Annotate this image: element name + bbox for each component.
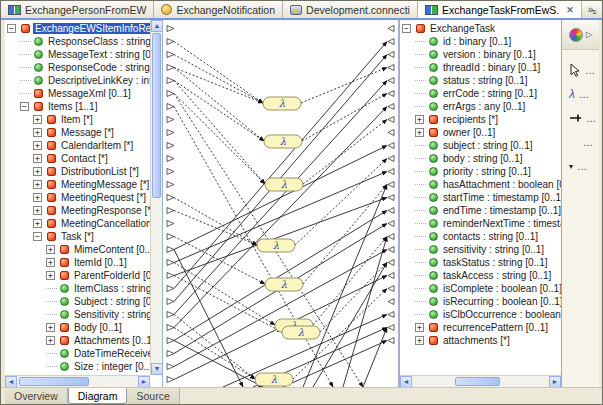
- source-port-icon[interactable]: [167, 247, 174, 253]
- mapping-link-dashed[interactable]: [174, 107, 333, 388]
- mapping-link[interactable]: [283, 341, 387, 388]
- tree-item[interactable]: status : string [0..1]: [400, 74, 561, 87]
- scrollbar-thumb[interactable]: [19, 377, 89, 386]
- target-port-icon[interactable]: [388, 169, 394, 175]
- none-tool[interactable]: …: [562, 130, 599, 154]
- lambda-node[interactable]: λ: [265, 178, 303, 191]
- mapping-link-dashed[interactable]: [174, 94, 265, 185]
- target-port-icon[interactable]: [388, 130, 394, 136]
- source-port-icon[interactable]: [167, 130, 174, 136]
- tree-item[interactable]: +DistributionList [*]: [5, 165, 150, 178]
- source-port-icon[interactable]: [167, 325, 174, 331]
- expand-icon[interactable]: +: [46, 323, 55, 332]
- tree-item[interactable]: endTime : timestamp [0..1]: [400, 204, 561, 217]
- expand-icon[interactable]: +: [33, 167, 42, 176]
- tree-item[interactable]: +MeetingMessage [*]: [5, 178, 150, 191]
- source-port-icon[interactable]: [167, 299, 174, 305]
- expand-icon[interactable]: +: [415, 128, 424, 137]
- tree-item[interactable]: Sensitivity : string [0..1]: [5, 308, 150, 321]
- tree-item[interactable]: subject : string [0..1]: [400, 139, 561, 152]
- tree-item[interactable]: hasAttachment : boolean [0..1]: [400, 178, 561, 191]
- source-port-icon[interactable]: [167, 364, 174, 370]
- source-port-icon[interactable]: [167, 26, 174, 32]
- tree-item[interactable]: body : string [0..1]: [400, 152, 561, 165]
- collapse-icon[interactable]: −: [402, 24, 411, 33]
- tree-item[interactable]: version : binary [0..1]: [400, 48, 561, 61]
- source-port-icon[interactable]: [167, 260, 174, 266]
- tree-item[interactable]: +attachments [*]: [400, 334, 561, 347]
- tree-item[interactable]: threadId : binary [0..1]: [400, 61, 561, 74]
- scroll-right-button[interactable]: ►: [549, 376, 561, 387]
- collapse-icon[interactable]: −: [33, 232, 42, 241]
- lambda-node[interactable]: λ: [263, 97, 301, 110]
- scroll-right-button[interactable]: ►: [138, 376, 150, 387]
- lambda-node[interactable]: λ: [255, 373, 293, 386]
- tree-item[interactable]: −Items [1..1]: [5, 100, 150, 113]
- target-port-icon[interactable]: [388, 78, 394, 84]
- target-port-icon[interactable]: [388, 104, 394, 110]
- lambda-node[interactable]: λ: [282, 326, 320, 339]
- target-port-icon[interactable]: [388, 52, 394, 58]
- source-port-icon[interactable]: [167, 312, 174, 318]
- collapse-icon[interactable]: −: [20, 102, 29, 111]
- scroll-left-button[interactable]: ◄: [400, 376, 412, 387]
- tree-item[interactable]: reminderNextTime : timestamp [0..1]: [400, 217, 561, 230]
- target-port-icon[interactable]: [388, 260, 394, 266]
- tree-item[interactable]: errCode : string [0..1]: [400, 87, 561, 100]
- mapping-link-dashed[interactable]: [320, 263, 387, 333]
- tree-item[interactable]: +recurrencePattern [0..1]: [400, 321, 561, 334]
- expand-icon[interactable]: +: [33, 115, 42, 124]
- mapping-link-dashed[interactable]: [174, 68, 264, 142]
- target-port-icon[interactable]: [388, 299, 394, 305]
- tab-overflow-chevron[interactable]: » s: [582, 1, 603, 18]
- target-port-icon[interactable]: [388, 312, 394, 318]
- tree-item[interactable]: sensitivity : string [0..1]: [400, 243, 561, 256]
- lambda-node[interactable]: λ: [257, 239, 295, 252]
- link-tool[interactable]: …: [562, 106, 599, 130]
- scroll-down-button[interactable]: ▼: [151, 363, 163, 375]
- tree-item[interactable]: DescriptiveLinkKey : integer [0..1]: [5, 74, 150, 87]
- mapping-link-dashed[interactable]: [302, 94, 387, 142]
- tree-item[interactable]: +MeetingResponse [*]: [5, 204, 150, 217]
- expand-icon[interactable]: +: [33, 206, 42, 215]
- tree-item[interactable]: Subject : string [0..1]: [5, 295, 150, 308]
- tree-item[interactable]: MessageText : string [0..1]: [5, 48, 150, 61]
- expand-icon[interactable]: +: [33, 219, 42, 228]
- source-port-icon[interactable]: [167, 143, 174, 149]
- tree-item[interactable]: +Message [*]: [5, 126, 150, 139]
- mapping-link[interactable]: [174, 341, 263, 388]
- expand-icon[interactable]: +: [46, 336, 55, 345]
- tree-item[interactable]: +owner [0..1]: [400, 126, 561, 139]
- tree-item[interactable]: startTime : timestamp [0..1]: [400, 191, 561, 204]
- tree-item[interactable]: contacts : string [0..1]: [400, 230, 561, 243]
- editor-tab-exchangetaskfromews-[interactable]: ExchangeTaskFromEwS.✕: [418, 1, 582, 18]
- source-port-icon[interactable]: [167, 338, 174, 344]
- scroll-left-button[interactable]: ◄: [5, 376, 17, 387]
- lambda-tool[interactable]: λ…: [562, 82, 599, 106]
- tree-item[interactable]: priority : string [0..1]: [400, 165, 561, 178]
- target-port-icon[interactable]: [388, 39, 394, 45]
- source-port-icon[interactable]: [167, 78, 174, 84]
- target-port-icon[interactable]: [388, 234, 394, 240]
- tree-item[interactable]: +ItemId [0..1]: [5, 256, 150, 269]
- mapping-link[interactable]: [343, 237, 387, 388]
- tree-item[interactable]: +Contact [*]: [5, 152, 150, 165]
- tree-item[interactable]: Size : integer [0..1]: [5, 360, 150, 373]
- expand-icon[interactable]: +: [33, 128, 42, 137]
- editor-tab-exchangepersonfromew[interactable]: ExchangePersonFromEW: [1, 1, 154, 18]
- mapping-link[interactable]: [174, 250, 243, 388]
- lambda-node[interactable]: λ: [264, 135, 302, 148]
- tree-item[interactable]: id : binary [0..1]: [400, 35, 561, 48]
- cursor-tool[interactable]: …: [562, 58, 599, 82]
- target-port-icon[interactable]: [388, 91, 394, 97]
- source-port-icon[interactable]: [167, 65, 174, 71]
- expand-icon[interactable]: +: [415, 336, 424, 345]
- source-port-icon[interactable]: [167, 52, 174, 58]
- source-tree-horizontal-scrollbar[interactable]: ◄ ►: [5, 375, 150, 387]
- mapping-link[interactable]: [303, 185, 387, 388]
- collapse-icon[interactable]: −: [7, 24, 16, 33]
- target-port-icon[interactable]: [388, 26, 394, 32]
- source-port-icon[interactable]: [167, 182, 174, 188]
- expand-icon[interactable]: +: [415, 115, 424, 124]
- source-port-icon[interactable]: [167, 156, 174, 162]
